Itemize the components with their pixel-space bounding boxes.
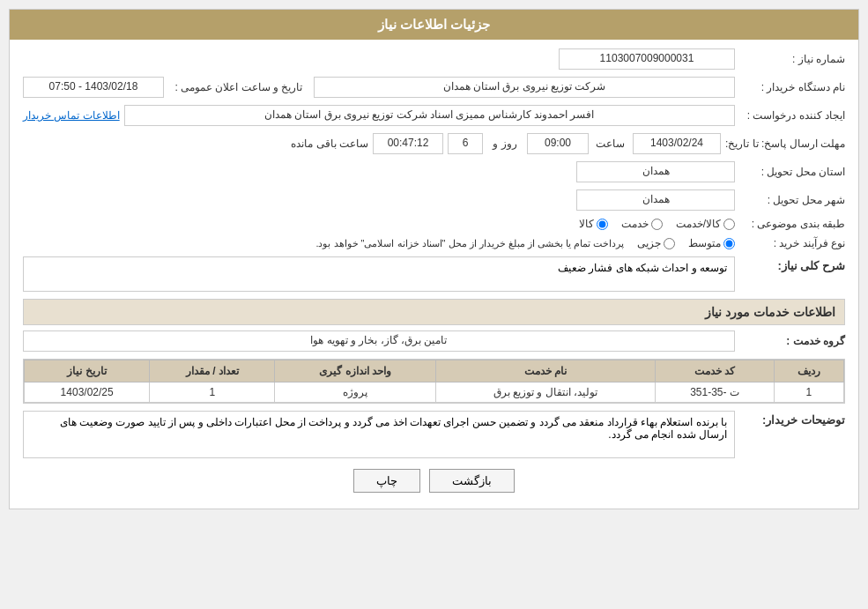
creator-value: افسر احمدوند کارشناس ممیزی اسناد شرکت تو… bbox=[124, 105, 735, 126]
description-textarea[interactable] bbox=[23, 256, 735, 292]
process-label: نوع فرآیند خرید : bbox=[739, 237, 845, 249]
category-row: طبقه بندی موضوعی : کالا/خدمت خدمت کالا bbox=[23, 218, 845, 230]
remaining-time: 00:47:12 bbox=[373, 133, 443, 154]
deadline-time-label: ساعت bbox=[593, 137, 628, 150]
col-name: نام خدمت bbox=[435, 360, 656, 382]
announce-datetime-value: 1403/02/18 - 07:50 bbox=[23, 77, 164, 98]
category-khidmat-label: خدمت bbox=[621, 218, 649, 230]
order-number-label: شماره نیاز : bbox=[739, 53, 845, 65]
creator-row: ایجاد کننده درخواست : افسر احمدوند کارشن… bbox=[23, 105, 845, 126]
process-radio-motavasset[interactable] bbox=[723, 238, 735, 249]
col-unit: واحد اندازه گیری bbox=[275, 360, 435, 382]
order-number-value: 1103007009000031 bbox=[559, 48, 735, 70]
order-number-row: شماره نیاز : 1103007009000031 bbox=[23, 48, 845, 70]
province-value: همدان bbox=[576, 161, 735, 182]
service-group-label: گروه خدمت : bbox=[739, 335, 845, 347]
table-cell-unit: پروژه bbox=[275, 382, 435, 403]
deadline-day-label: روز و bbox=[487, 137, 523, 150]
process-radio-jozi[interactable] bbox=[664, 238, 675, 249]
col-row: ردیف bbox=[774, 360, 843, 382]
process-row: نوع فرآیند خرید : متوسط جزیی پرداخت تمام… bbox=[23, 237, 845, 249]
deadline-row: مهلت ارسال پاسخ: تا تاریخ: 1403/02/24 سا… bbox=[23, 133, 845, 154]
services-table: ردیف کد خدمت نام خدمت واحد اندازه گیری ت… bbox=[24, 360, 844, 403]
buyer-notes-label: توضیحات خریدار: bbox=[739, 411, 845, 427]
city-row: شهر محل تحویل : همدان bbox=[23, 189, 845, 211]
button-row: بازگشت چاپ bbox=[23, 469, 845, 493]
service-group-value: تامین برق، گاز، بخار و تهویه هوا bbox=[23, 330, 735, 352]
buyer-notes-section: توضیحات خریدار: bbox=[23, 411, 845, 458]
description-section: شرح کلی نیاز: bbox=[23, 256, 845, 292]
buyer-org-label: نام دستگاه خریدار : bbox=[739, 81, 845, 93]
contact-link[interactable]: اطلاعات تماس خریدار bbox=[23, 109, 120, 122]
process-note: پرداخت تمام یا بخشی از مبلغ خریدار از مح… bbox=[315, 238, 624, 249]
services-section-header: اطلاعات خدمات مورد نیاز bbox=[23, 299, 845, 325]
page-container: جزئیات اطلاعات نیاز شماره نیاز : 1103007… bbox=[0, 0, 868, 609]
remaining-label: ساعت باقی مانده bbox=[291, 137, 368, 150]
category-khidmat: خدمت bbox=[621, 218, 663, 230]
category-label: طبقه بندی موضوعی : bbox=[739, 218, 845, 230]
col-code: کد خدمت bbox=[656, 360, 774, 382]
col-quantity: تعداد / مقدار bbox=[150, 360, 275, 382]
announce-row: نام دستگاه خریدار : شرکت توزیع نیروی برق… bbox=[23, 77, 845, 98]
table-cell-code: ت -35-351 bbox=[656, 382, 774, 403]
process-motavasset: متوسط bbox=[688, 237, 735, 249]
category-kala-khidmat: کالا/خدمت bbox=[676, 218, 735, 230]
deadline-days: 6 bbox=[448, 133, 483, 154]
services-table-container: ردیف کد خدمت نام خدمت واحد اندازه گیری ت… bbox=[23, 359, 845, 404]
table-cell-quantity: 1 bbox=[150, 382, 275, 403]
process-radio-group: متوسط جزیی bbox=[637, 237, 735, 249]
col-date: تاریخ نیاز bbox=[25, 360, 150, 382]
process-motavasset-label: متوسط bbox=[688, 237, 721, 249]
table-cell-row: 1 bbox=[774, 382, 843, 403]
table-row: 1ت -35-351تولید، انتقال و توزیع برقپروژه… bbox=[25, 382, 844, 403]
description-section-title: شرح کلی نیاز: bbox=[739, 256, 845, 272]
category-kala: کالا bbox=[579, 218, 608, 230]
deadline-time: 09:00 bbox=[527, 133, 589, 154]
city-value: همدان bbox=[576, 189, 735, 211]
print-button[interactable]: چاپ bbox=[353, 469, 420, 493]
city-label: شهر محل تحویل : bbox=[739, 194, 845, 206]
main-panel: جزئیات اطلاعات نیاز شماره نیاز : 1103007… bbox=[9, 9, 859, 509]
category-radio-kala[interactable] bbox=[597, 219, 608, 230]
process-jozi: جزیی bbox=[637, 237, 675, 249]
category-kala-label: کالا bbox=[579, 218, 594, 230]
table-cell-name: تولید، انتقال و توزیع برق bbox=[435, 382, 656, 403]
category-radio-khidmat[interactable] bbox=[651, 219, 663, 230]
panel-body: شماره نیاز : 1103007009000031 نام دستگاه… bbox=[10, 40, 858, 509]
process-jozi-label: جزیی bbox=[637, 237, 661, 249]
category-radio-group: کالا/خدمت خدمت کالا bbox=[579, 218, 735, 230]
province-row: استان محل تحویل : همدان bbox=[23, 161, 845, 182]
table-cell-date: 1403/02/25 bbox=[25, 382, 150, 403]
panel-header: جزئیات اطلاعات نیاز bbox=[10, 10, 858, 40]
buyer-org-value: شرکت توزیع نیروی برق استان همدان bbox=[314, 77, 735, 98]
announce-datetime-label: تاریخ و ساعت اعلان عمومی : bbox=[168, 81, 309, 93]
table-header-row: ردیف کد خدمت نام خدمت واحد اندازه گیری ت… bbox=[25, 360, 844, 382]
creator-label: ایجاد کننده درخواست : bbox=[739, 109, 845, 122]
buyer-notes-textarea[interactable] bbox=[23, 411, 735, 458]
back-button[interactable]: بازگشت bbox=[429, 469, 515, 493]
deadline-date: 1403/02/24 bbox=[633, 133, 721, 154]
category-radio-kala-khidmat[interactable] bbox=[723, 219, 735, 230]
category-kala-khidmat-label: کالا/خدمت bbox=[676, 218, 721, 230]
deadline-label: مهلت ارسال پاسخ: تا تاریخ: bbox=[725, 137, 845, 150]
service-group-row: گروه خدمت : تامین برق، گاز، بخار و تهویه… bbox=[23, 330, 845, 352]
panel-title: جزئیات اطلاعات نیاز bbox=[378, 17, 490, 32]
province-label: استان محل تحویل : bbox=[739, 166, 845, 178]
